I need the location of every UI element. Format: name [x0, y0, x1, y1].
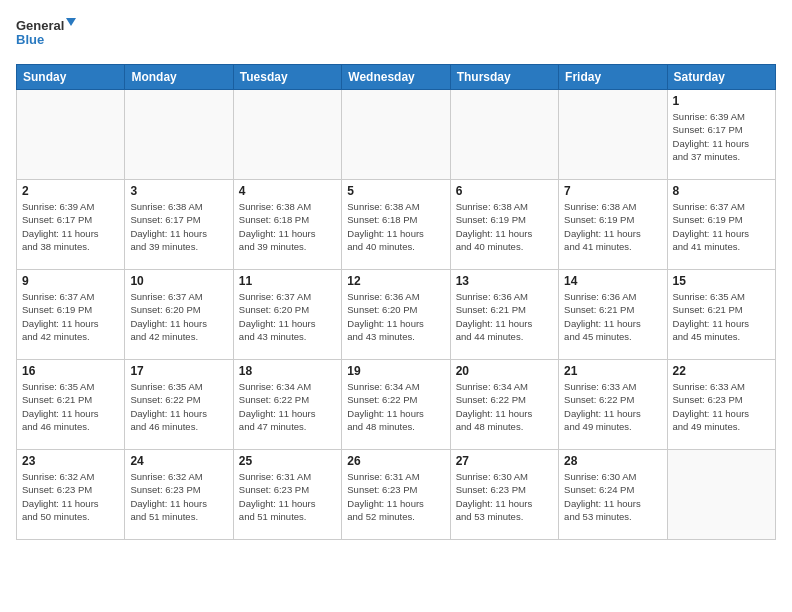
svg-marker-2 — [66, 18, 76, 26]
week-row-4: 23Sunrise: 6:32 AM Sunset: 6:23 PM Dayli… — [17, 450, 776, 540]
day-cell — [667, 450, 775, 540]
day-cell: 6Sunrise: 6:38 AM Sunset: 6:19 PM Daylig… — [450, 180, 558, 270]
day-cell: 26Sunrise: 6:31 AM Sunset: 6:23 PM Dayli… — [342, 450, 450, 540]
day-info: Sunrise: 6:33 AM Sunset: 6:22 PM Dayligh… — [564, 380, 661, 433]
day-number: 6 — [456, 184, 553, 198]
day-info: Sunrise: 6:34 AM Sunset: 6:22 PM Dayligh… — [347, 380, 444, 433]
weekday-header-monday: Monday — [125, 65, 233, 90]
calendar-body: 1Sunrise: 6:39 AM Sunset: 6:17 PM Daylig… — [17, 90, 776, 540]
day-number: 17 — [130, 364, 227, 378]
day-cell: 24Sunrise: 6:32 AM Sunset: 6:23 PM Dayli… — [125, 450, 233, 540]
week-row-1: 2Sunrise: 6:39 AM Sunset: 6:17 PM Daylig… — [17, 180, 776, 270]
day-number: 15 — [673, 274, 770, 288]
day-info: Sunrise: 6:39 AM Sunset: 6:17 PM Dayligh… — [22, 200, 119, 253]
day-number: 19 — [347, 364, 444, 378]
day-info: Sunrise: 6:30 AM Sunset: 6:24 PM Dayligh… — [564, 470, 661, 523]
day-cell: 9Sunrise: 6:37 AM Sunset: 6:19 PM Daylig… — [17, 270, 125, 360]
week-row-2: 9Sunrise: 6:37 AM Sunset: 6:19 PM Daylig… — [17, 270, 776, 360]
day-cell: 27Sunrise: 6:30 AM Sunset: 6:23 PM Dayli… — [450, 450, 558, 540]
week-row-3: 16Sunrise: 6:35 AM Sunset: 6:21 PM Dayli… — [17, 360, 776, 450]
day-cell: 16Sunrise: 6:35 AM Sunset: 6:21 PM Dayli… — [17, 360, 125, 450]
day-info: Sunrise: 6:34 AM Sunset: 6:22 PM Dayligh… — [456, 380, 553, 433]
day-number: 1 — [673, 94, 770, 108]
day-number: 9 — [22, 274, 119, 288]
day-info: Sunrise: 6:36 AM Sunset: 6:21 PM Dayligh… — [564, 290, 661, 343]
day-number: 27 — [456, 454, 553, 468]
day-info: Sunrise: 6:31 AM Sunset: 6:23 PM Dayligh… — [239, 470, 336, 523]
day-cell: 1Sunrise: 6:39 AM Sunset: 6:17 PM Daylig… — [667, 90, 775, 180]
header: GeneralBlue — [16, 16, 776, 52]
day-cell: 13Sunrise: 6:36 AM Sunset: 6:21 PM Dayli… — [450, 270, 558, 360]
day-number: 21 — [564, 364, 661, 378]
day-cell: 19Sunrise: 6:34 AM Sunset: 6:22 PM Dayli… — [342, 360, 450, 450]
logo: GeneralBlue — [16, 16, 76, 52]
week-row-0: 1Sunrise: 6:39 AM Sunset: 6:17 PM Daylig… — [17, 90, 776, 180]
day-cell: 20Sunrise: 6:34 AM Sunset: 6:22 PM Dayli… — [450, 360, 558, 450]
day-cell: 3Sunrise: 6:38 AM Sunset: 6:17 PM Daylig… — [125, 180, 233, 270]
day-info: Sunrise: 6:38 AM Sunset: 6:17 PM Dayligh… — [130, 200, 227, 253]
day-cell — [450, 90, 558, 180]
day-cell — [559, 90, 667, 180]
day-info: Sunrise: 6:32 AM Sunset: 6:23 PM Dayligh… — [130, 470, 227, 523]
day-cell: 17Sunrise: 6:35 AM Sunset: 6:22 PM Dayli… — [125, 360, 233, 450]
day-cell: 8Sunrise: 6:37 AM Sunset: 6:19 PM Daylig… — [667, 180, 775, 270]
day-info: Sunrise: 6:35 AM Sunset: 6:21 PM Dayligh… — [673, 290, 770, 343]
day-number: 23 — [22, 454, 119, 468]
svg-text:Blue: Blue — [16, 32, 44, 47]
day-cell — [125, 90, 233, 180]
day-cell: 15Sunrise: 6:35 AM Sunset: 6:21 PM Dayli… — [667, 270, 775, 360]
day-cell — [17, 90, 125, 180]
day-info: Sunrise: 6:39 AM Sunset: 6:17 PM Dayligh… — [673, 110, 770, 163]
day-cell: 23Sunrise: 6:32 AM Sunset: 6:23 PM Dayli… — [17, 450, 125, 540]
weekday-header-thursday: Thursday — [450, 65, 558, 90]
day-cell: 21Sunrise: 6:33 AM Sunset: 6:22 PM Dayli… — [559, 360, 667, 450]
day-info: Sunrise: 6:35 AM Sunset: 6:21 PM Dayligh… — [22, 380, 119, 433]
day-info: Sunrise: 6:30 AM Sunset: 6:23 PM Dayligh… — [456, 470, 553, 523]
day-number: 20 — [456, 364, 553, 378]
svg-text:General: General — [16, 18, 64, 33]
day-number: 4 — [239, 184, 336, 198]
day-cell: 11Sunrise: 6:37 AM Sunset: 6:20 PM Dayli… — [233, 270, 341, 360]
day-info: Sunrise: 6:36 AM Sunset: 6:20 PM Dayligh… — [347, 290, 444, 343]
day-info: Sunrise: 6:38 AM Sunset: 6:19 PM Dayligh… — [456, 200, 553, 253]
day-number: 25 — [239, 454, 336, 468]
day-number: 7 — [564, 184, 661, 198]
day-number: 11 — [239, 274, 336, 288]
day-info: Sunrise: 6:35 AM Sunset: 6:22 PM Dayligh… — [130, 380, 227, 433]
weekday-row: SundayMondayTuesdayWednesdayThursdayFrid… — [17, 65, 776, 90]
day-cell: 12Sunrise: 6:36 AM Sunset: 6:20 PM Dayli… — [342, 270, 450, 360]
day-cell: 14Sunrise: 6:36 AM Sunset: 6:21 PM Dayli… — [559, 270, 667, 360]
day-number: 10 — [130, 274, 227, 288]
day-number: 2 — [22, 184, 119, 198]
day-number: 16 — [22, 364, 119, 378]
day-number: 24 — [130, 454, 227, 468]
day-info: Sunrise: 6:38 AM Sunset: 6:19 PM Dayligh… — [564, 200, 661, 253]
day-number: 3 — [130, 184, 227, 198]
day-info: Sunrise: 6:38 AM Sunset: 6:18 PM Dayligh… — [347, 200, 444, 253]
weekday-header-saturday: Saturday — [667, 65, 775, 90]
day-info: Sunrise: 6:37 AM Sunset: 6:20 PM Dayligh… — [130, 290, 227, 343]
day-info: Sunrise: 6:31 AM Sunset: 6:23 PM Dayligh… — [347, 470, 444, 523]
weekday-header-wednesday: Wednesday — [342, 65, 450, 90]
day-info: Sunrise: 6:38 AM Sunset: 6:18 PM Dayligh… — [239, 200, 336, 253]
day-number: 5 — [347, 184, 444, 198]
day-info: Sunrise: 6:33 AM Sunset: 6:23 PM Dayligh… — [673, 380, 770, 433]
day-cell: 5Sunrise: 6:38 AM Sunset: 6:18 PM Daylig… — [342, 180, 450, 270]
day-number: 18 — [239, 364, 336, 378]
weekday-header-tuesday: Tuesday — [233, 65, 341, 90]
day-info: Sunrise: 6:37 AM Sunset: 6:20 PM Dayligh… — [239, 290, 336, 343]
calendar-container: GeneralBlue SundayMondayTuesdayWednesday… — [0, 0, 792, 612]
day-number: 12 — [347, 274, 444, 288]
weekday-header-sunday: Sunday — [17, 65, 125, 90]
day-number: 14 — [564, 274, 661, 288]
day-number: 22 — [673, 364, 770, 378]
day-number: 26 — [347, 454, 444, 468]
weekday-header-friday: Friday — [559, 65, 667, 90]
day-cell: 25Sunrise: 6:31 AM Sunset: 6:23 PM Dayli… — [233, 450, 341, 540]
day-info: Sunrise: 6:34 AM Sunset: 6:22 PM Dayligh… — [239, 380, 336, 433]
day-cell: 28Sunrise: 6:30 AM Sunset: 6:24 PM Dayli… — [559, 450, 667, 540]
day-number: 28 — [564, 454, 661, 468]
day-cell: 4Sunrise: 6:38 AM Sunset: 6:18 PM Daylig… — [233, 180, 341, 270]
day-cell — [342, 90, 450, 180]
day-info: Sunrise: 6:32 AM Sunset: 6:23 PM Dayligh… — [22, 470, 119, 523]
